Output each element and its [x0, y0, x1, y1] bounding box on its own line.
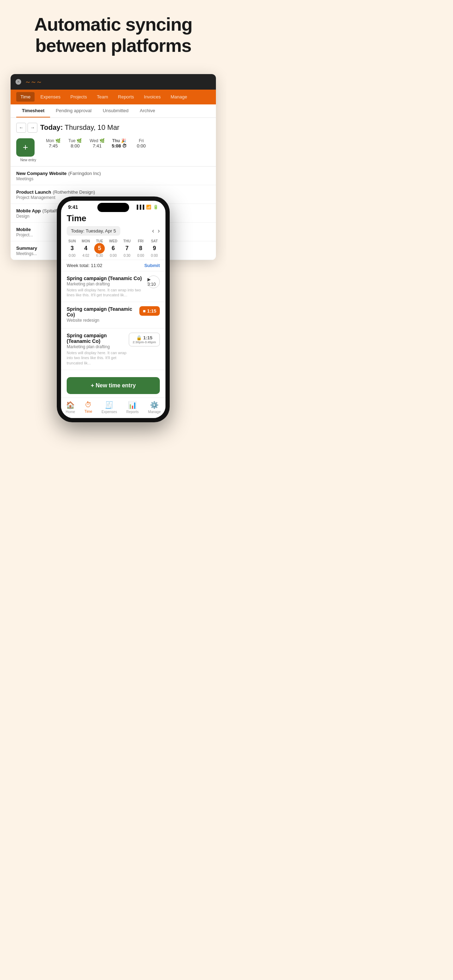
new-entry-label: New entry: [20, 158, 36, 162]
nav-item-manage[interactable]: Manage: [167, 92, 192, 102]
week-day-sat[interactable]: SAT 9 0:00: [148, 239, 161, 258]
time-icon: ⏱: [85, 401, 92, 409]
desktop-tabs: Timesheet Pending approval Unsubmitted A…: [11, 104, 216, 118]
date-arrows: ‹ ›: [152, 227, 160, 235]
phone-date-nav: Today: Tuesday, Apr 5 ‹ ›: [61, 226, 165, 239]
browser-close-button[interactable]: ✕: [16, 79, 21, 85]
status-time: 9:41: [68, 204, 78, 210]
stop-icon: ■: [143, 308, 146, 313]
nav-item-team[interactable]: Team: [92, 92, 112, 102]
manage-icon: ⚙️: [150, 401, 159, 409]
signal-icon: ▐▐▐: [135, 205, 144, 210]
desktop-nav: Time Expenses Projects Team Reports Invo…: [11, 90, 216, 104]
bottom-nav-reports[interactable]: 📊 Reports: [126, 401, 139, 414]
date-pill[interactable]: Today: Tuesday, Apr 5: [67, 226, 120, 235]
tab-unsubmitted[interactable]: Unsubmitted: [97, 104, 134, 118]
day-tue: Tue 🌿 8:00: [68, 138, 83, 148]
reports-icon: 📊: [128, 401, 137, 409]
today-label: Today: Thursday, 10 Mar: [40, 124, 119, 132]
desktop-week-row: + New entry Mon 🌿 7:45 Tue 🌿 8:00 Wed 🌿 …: [11, 135, 216, 166]
desktop-date-header: ← → Today: Thursday, 10 Mar: [11, 118, 216, 135]
nav-item-reports[interactable]: Reports: [114, 92, 138, 102]
new-entry-wrapper: + New entry: [16, 138, 40, 162]
new-time-entry-button[interactable]: + New time entry: [67, 377, 160, 394]
day-fri: Fri 0:00: [134, 138, 149, 148]
phone-frame: 9:41 ▐▐▐ 📶 🔋 Time Today: Tuesday, Apr 5 …: [57, 196, 170, 422]
new-entry-button[interactable]: +: [16, 138, 35, 157]
bottom-nav-time[interactable]: ⏱ Time: [84, 401, 92, 414]
week-strip: SUN 3 0:00 MON 4 4:02 TUE 5 6:30 WED 6: [61, 239, 165, 259]
bottom-nav-home-label: Home: [66, 410, 75, 414]
week-day-tue[interactable]: TUE 5 6:30: [93, 239, 106, 258]
tab-archive[interactable]: Archive: [134, 104, 161, 118]
table-row: New Company Website (Farringdon Inc) Mee…: [11, 167, 216, 185]
battery-icon: 🔋: [153, 205, 158, 210]
phone-header: Time: [61, 211, 165, 226]
dynamic-island: [97, 203, 129, 212]
tab-timesheet[interactable]: Timesheet: [16, 104, 50, 118]
time-entries-list: Spring campaign (Teanamic Co) Marketing …: [61, 271, 165, 374]
timer-play-area[interactable]: ▶ 3:10: [147, 275, 160, 288]
week-day-thu[interactable]: THU 7 0:30: [120, 239, 134, 258]
nav-item-projects[interactable]: Projects: [66, 92, 91, 102]
play-icon[interactable]: ▶ 3:10: [147, 275, 160, 288]
wifi-icon: 📶: [146, 205, 151, 210]
home-icon: 🏠: [66, 401, 75, 409]
day-thu-today: Thu 🎉 5:08 ⏱: [112, 138, 127, 148]
prev-date-button[interactable]: ‹: [152, 227, 154, 235]
week-total-bar: Week total: 11:02 Submit: [61, 259, 165, 271]
list-item[interactable]: Spring campaign (Teanamic Co) Marketing …: [61, 271, 165, 302]
phone-screen: 9:41 ▐▐▐ 📶 🔋 Time Today: Tuesday, Apr 5 …: [61, 201, 165, 418]
week-day-wed[interactable]: WED 6 0:00: [106, 239, 120, 258]
tab-pending[interactable]: Pending approval: [50, 104, 97, 118]
hero-section: Automatic syncing between platforms: [0, 0, 227, 67]
bottom-nav-expenses[interactable]: 🧾 Expenses: [102, 401, 117, 414]
phone-bottom-nav: 🏠 Home ⏱ Time 🧾 Expenses 📊 Reports ⚙️: [61, 398, 165, 418]
bottom-nav-manage-label: Manage: [148, 410, 161, 414]
next-date-button[interactable]: ›: [158, 227, 160, 235]
week-day-mon[interactable]: MON 4 4:02: [79, 239, 93, 258]
status-icons: ▐▐▐ 📶 🔋: [135, 205, 158, 210]
next-week-button[interactable]: →: [27, 123, 37, 133]
nav-item-invoices[interactable]: Invoices: [140, 92, 165, 102]
bottom-nav-manage[interactable]: ⚙️ Manage: [148, 401, 161, 414]
day-mon: Mon 🌿 7:45: [46, 138, 61, 148]
submit-button[interactable]: Submit: [144, 263, 160, 268]
date-nav-arrows: ← →: [16, 123, 37, 133]
week-day-sun[interactable]: SUN 3 0:00: [65, 239, 79, 258]
locked-timer: 🔒 1:15 2:30pm-3:45pm: [129, 332, 160, 347]
phone-wrapper: 9:41 ▐▐▐ 📶 🔋 Time Today: Tuesday, Apr 5 …: [0, 196, 227, 433]
week-total-text: Week total: 11:02: [67, 263, 102, 268]
browser-wave-logo: ～～～: [25, 78, 41, 86]
nav-item-time[interactable]: Time: [16, 92, 35, 102]
nav-item-expenses[interactable]: Expenses: [36, 92, 65, 102]
running-timer[interactable]: ■ 1:15: [139, 306, 160, 316]
lock-icon: 🔒: [136, 335, 142, 340]
timer-locked-area: 🔒 1:15 2:30pm-3:45pm: [129, 332, 160, 347]
list-item[interactable]: Spring campaign (Teanamic Co) Website re…: [61, 302, 165, 328]
bottom-nav-expenses-label: Expenses: [102, 410, 117, 414]
bottom-nav-reports-label: Reports: [126, 410, 139, 414]
bottom-nav-home[interactable]: 🏠 Home: [66, 401, 75, 414]
expenses-icon: 🧾: [105, 401, 114, 409]
day-wed: Wed 🌿 7:41: [90, 138, 105, 148]
week-day-fri[interactable]: FRI 8 0:00: [134, 239, 148, 258]
bottom-nav-time-label: Time: [84, 410, 92, 414]
hero-title: Automatic syncing between platforms: [11, 14, 216, 56]
phone-app-title: Time: [67, 213, 160, 223]
browser-topbar: ✕ ～～～: [11, 74, 216, 90]
list-item[interactable]: Spring campaign (Teanamic Co) Marketing …: [61, 328, 165, 370]
prev-week-button[interactable]: ←: [16, 123, 26, 133]
timer-running-area[interactable]: ■ 1:15: [139, 306, 160, 316]
